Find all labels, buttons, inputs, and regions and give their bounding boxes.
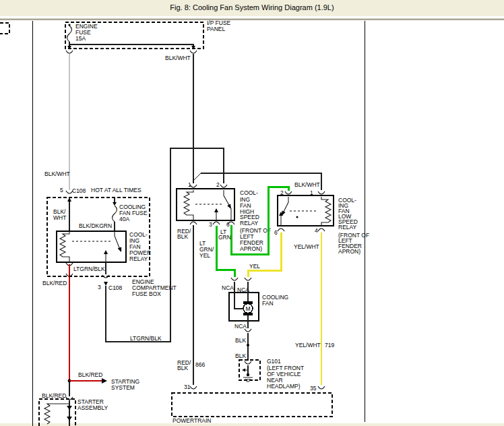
ground-symbol <box>243 377 253 382</box>
blk-wht-ls-label: BLK/WHT <box>294 181 320 188</box>
fuse-40a-symbol <box>113 206 117 222</box>
powertrain-module: POWERTRAIN <box>172 393 332 424</box>
cooling-fan-power-relay: COOL- ING FAN POWER RELAY <box>57 231 151 262</box>
circuit-866-label: 866 <box>195 361 205 368</box>
pin-35-connector <box>318 386 325 389</box>
ls-terminal-2 <box>285 191 292 194</box>
c108-bottom-connector <box>102 275 109 278</box>
cooling-fan-fuse-label-3: 40A <box>119 216 129 222</box>
c108-top-name: C108 <box>72 187 86 194</box>
ls-relay-label-10: APRON) <box>338 248 360 255</box>
lt-grn-label-2: GRN <box>218 234 231 241</box>
cooling-fan-motor: NCA NCA M COOLING FAN NCA BLK BLK <box>222 278 288 361</box>
red-blk-lower-label-2: BLK <box>177 365 188 371</box>
nca-label-3: NCA <box>234 323 247 330</box>
ls-pin-2: 2 <box>280 189 284 196</box>
ls-relay-dot <box>296 216 298 218</box>
ls-pin-1: 1 <box>310 189 313 196</box>
starter-assembly: STARTER ASSEMBLY <box>39 398 108 426</box>
engine-fuse-label-3: 15A <box>75 35 86 42</box>
ls-terminal-6 <box>278 229 284 231</box>
ip-fuse-panel: ENGINE FUSE 15A I/P FUSE PANEL <box>65 20 231 53</box>
ls-relay-label-6: RELAY <box>338 224 357 231</box>
blk-wht-label-right: BLK/WHT <box>165 55 191 61</box>
blk-label-1: BLK <box>235 337 246 344</box>
blk-red-lower-label: BLK/RED <box>42 392 66 399</box>
lt-grn-blk-run-wire <box>106 148 224 342</box>
blk-red-upper-label: BLK/RED <box>42 280 67 286</box>
c108-bottom-pin: 3 <box>98 284 101 291</box>
connector-arc <box>190 51 197 53</box>
lt-grn-yel-label-3: YEL <box>199 252 210 259</box>
hs-pin-3: 3 <box>209 221 212 228</box>
ls-terminal-4 <box>318 229 325 231</box>
title-divider <box>0 19 504 21</box>
blk-label-2: BLK <box>235 353 246 359</box>
relay-coil <box>60 231 69 262</box>
hs-terminal-3 <box>213 222 220 224</box>
starter-solenoid-coil <box>44 404 69 424</box>
blk-wht-label-left: BLK/WHT <box>44 171 70 177</box>
circuit-719-label: 719 <box>325 342 334 348</box>
fan-connector-2 <box>245 278 251 280</box>
c108-bottom-name: C108 <box>108 284 123 291</box>
cooling-fan-label-2: FAN <box>262 300 274 307</box>
power-relay-label-5: RELAY <box>129 255 148 262</box>
fan-connector-1 <box>231 278 238 280</box>
g101-label: G101 <box>267 358 281 365</box>
hs-pin-6: 6 <box>226 221 230 228</box>
blk-wht-inner-label-2: WHT <box>53 214 66 221</box>
hs-relay-label-10: APRON) <box>240 245 262 252</box>
clipped-component-fragment <box>0 23 9 34</box>
pin-31-connector <box>190 386 197 389</box>
red-blk-upper-label-2: BLK <box>177 233 188 240</box>
hs-relay-label-6: RELAY <box>240 220 259 226</box>
cooling-fan-high-speed-relay: 1 2 3 6 COOL- ING FAN HIGH SPEED RELAY (… <box>177 181 271 252</box>
hs-terminal-coil-out <box>190 222 197 224</box>
hs-pin-2: 2 <box>216 181 220 188</box>
engine-compartment-label-3: FUSE BOX <box>132 291 161 297</box>
page-title: Fig. 8: Cooling Fan System Wiring Diagra… <box>170 3 334 11</box>
ground-splice-dot <box>247 344 249 346</box>
starting-system-arrow <box>102 378 107 384</box>
blk-red-mid-label: BLK/RED <box>78 371 102 378</box>
g101-connector <box>245 361 251 364</box>
blk-dkgrn-label: BLK/DKGRN <box>79 222 112 229</box>
hs-relay-label-1: COOL- <box>240 189 258 196</box>
starter-contact-2 <box>67 417 72 421</box>
connector-arc <box>66 51 73 53</box>
starter-assembly-label-2: ASSEMBLY <box>77 404 108 411</box>
nca-label-1: NCA <box>222 284 234 291</box>
g101-arrow <box>242 369 245 372</box>
g101-location-4: HEADLAMP) <box>267 383 301 390</box>
lt-grn-blk-inner-label: LTGRN/BLK <box>73 266 105 272</box>
ls-pin-4: 4 <box>315 227 318 234</box>
lt-grn-blk-run-label: LTGRN/BLK <box>130 335 162 342</box>
ls-pin-6: 6 <box>274 229 278 236</box>
hs-relay-coil <box>184 190 193 220</box>
ls-terminal-1 <box>318 191 325 194</box>
pin-31-label: 31 <box>184 384 191 390</box>
hs-terminal-2 <box>220 185 227 187</box>
c108-top-pin: 5 <box>60 187 63 193</box>
feed-wires: BLK/WHT BLK/WHT <box>44 54 321 190</box>
starter-contact-1 <box>67 406 72 410</box>
yel-wht-upper-label: YEL/WHT <box>294 243 319 250</box>
wiring-diagram-canvas: Fig. 8: Cooling Fan System Wiring Diagra… <box>0 0 504 426</box>
ip-fuse-panel-label-2: PANEL <box>207 26 226 32</box>
pin-35-label: 35 <box>310 385 317 392</box>
yel-label: YEL <box>249 263 260 270</box>
starting-system-label-2: SYSTEM <box>111 384 135 391</box>
g101-dot <box>247 373 249 376</box>
fan-left-lead <box>234 282 243 309</box>
powertrain-label: POWERTRAIN <box>172 417 211 424</box>
hs-pin-1: 1 <box>188 181 191 188</box>
relay-switch <box>115 231 120 249</box>
g101-ground: G101 (LEFT FRONT OF VEHICLE NEAR HEADLAM… <box>239 358 304 390</box>
yel-wht-lower-label: YEL/WHT <box>295 342 321 348</box>
hot-at-all-times-label: HOT AT ALL TIMES <box>91 187 141 193</box>
ls-relay-coil <box>321 197 331 226</box>
fuse-15a-symbol <box>67 26 72 42</box>
diagram-viewer-window: Fig. 8: Cooling Fan System Wiring Diagra… <box>0 0 504 426</box>
motor-m-label: M <box>245 305 250 312</box>
